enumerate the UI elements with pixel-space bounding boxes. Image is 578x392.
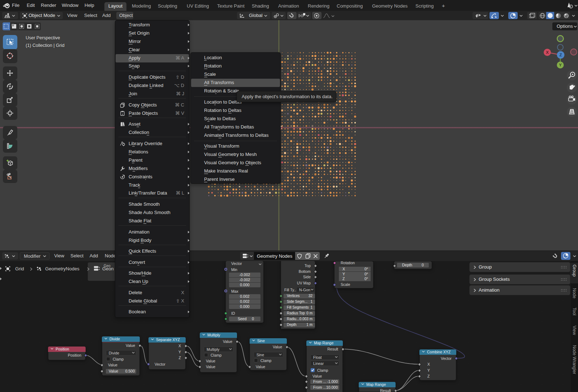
svg-text:Z: Z xyxy=(559,53,562,57)
svg-text:Y: Y xyxy=(559,63,562,67)
svg-text:X: X xyxy=(546,50,549,55)
